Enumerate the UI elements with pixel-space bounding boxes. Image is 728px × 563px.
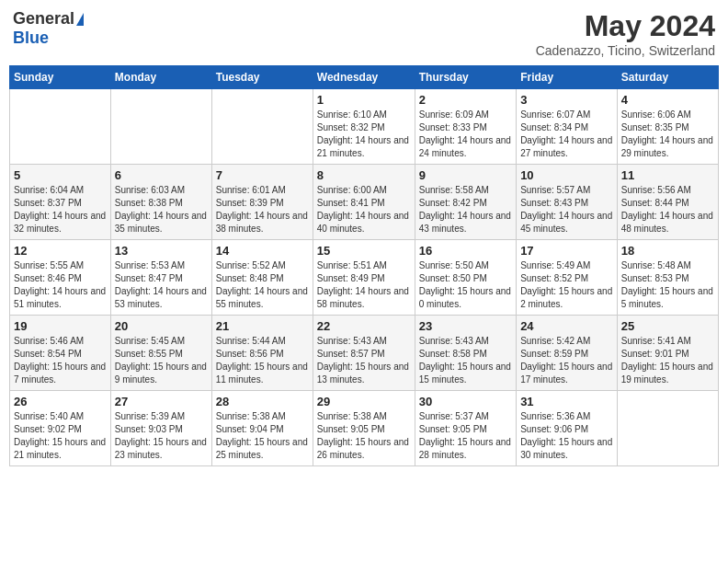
header-friday: Friday bbox=[517, 66, 618, 89]
calendar-cell: 23Sunrise: 5:43 AM Sunset: 8:58 PM Dayli… bbox=[415, 316, 516, 391]
calendar-cell bbox=[211, 89, 313, 165]
day-number: 13 bbox=[115, 244, 208, 258]
day-info: Sunrise: 5:55 AM Sunset: 8:46 PM Dayligh… bbox=[14, 259, 107, 311]
calendar-cell: 29Sunrise: 5:38 AM Sunset: 9:05 PM Dayli… bbox=[313, 391, 415, 466]
calendar-cell: 5Sunrise: 6:04 AM Sunset: 8:37 PM Daylig… bbox=[10, 165, 111, 240]
day-info: Sunrise: 5:39 AM Sunset: 9:03 PM Dayligh… bbox=[115, 410, 208, 462]
calendar-week-row: 1Sunrise: 6:10 AM Sunset: 8:32 PM Daylig… bbox=[10, 89, 719, 165]
calendar-cell: 22Sunrise: 5:43 AM Sunset: 8:57 PM Dayli… bbox=[313, 316, 415, 391]
header-thursday: Thursday bbox=[415, 66, 516, 89]
header-sunday: Sunday bbox=[10, 66, 111, 89]
calendar-cell: 18Sunrise: 5:48 AM Sunset: 8:53 PM Dayli… bbox=[617, 240, 718, 316]
header-saturday: Saturday bbox=[617, 66, 718, 89]
calendar-cell: 10Sunrise: 5:57 AM Sunset: 8:43 PM Dayli… bbox=[517, 165, 618, 240]
calendar-cell: 14Sunrise: 5:52 AM Sunset: 8:48 PM Dayli… bbox=[211, 240, 313, 316]
day-number: 27 bbox=[115, 395, 208, 408]
day-info: Sunrise: 5:43 AM Sunset: 8:58 PM Dayligh… bbox=[419, 335, 512, 386]
day-info: Sunrise: 5:38 AM Sunset: 9:04 PM Dayligh… bbox=[216, 410, 309, 462]
day-number: 17 bbox=[520, 244, 613, 258]
calendar-cell: 4Sunrise: 6:06 AM Sunset: 8:35 PM Daylig… bbox=[617, 89, 718, 165]
day-info: Sunrise: 5:50 AM Sunset: 8:50 PM Dayligh… bbox=[419, 259, 512, 311]
day-number: 12 bbox=[14, 244, 107, 258]
day-number: 29 bbox=[317, 395, 411, 408]
calendar-cell: 2Sunrise: 6:09 AM Sunset: 8:33 PM Daylig… bbox=[415, 89, 516, 165]
location-text: Cadenazzo, Ticino, Switzerland bbox=[536, 43, 715, 58]
logo-triangle-icon bbox=[76, 13, 84, 26]
day-info: Sunrise: 6:09 AM Sunset: 8:33 PM Dayligh… bbox=[419, 109, 512, 160]
calendar-cell: 11Sunrise: 5:56 AM Sunset: 8:44 PM Dayli… bbox=[617, 165, 718, 240]
calendar-cell: 12Sunrise: 5:55 AM Sunset: 8:46 PM Dayli… bbox=[10, 240, 111, 316]
day-number: 19 bbox=[14, 319, 107, 333]
day-number: 11 bbox=[621, 168, 714, 182]
day-number: 10 bbox=[520, 168, 613, 182]
day-info: Sunrise: 5:40 AM Sunset: 9:02 PM Dayligh… bbox=[14, 410, 107, 462]
calendar-cell: 31Sunrise: 5:36 AM Sunset: 9:06 PM Dayli… bbox=[517, 391, 618, 466]
day-number: 14 bbox=[216, 244, 309, 258]
day-info: Sunrise: 5:37 AM Sunset: 9:05 PM Dayligh… bbox=[419, 410, 512, 462]
day-number: 6 bbox=[115, 168, 208, 182]
day-info: Sunrise: 5:36 AM Sunset: 9:06 PM Dayligh… bbox=[520, 410, 613, 462]
calendar-cell: 17Sunrise: 5:49 AM Sunset: 8:52 PM Dayli… bbox=[517, 240, 618, 316]
day-info: Sunrise: 6:10 AM Sunset: 8:32 PM Dayligh… bbox=[317, 109, 411, 160]
calendar-week-row: 26Sunrise: 5:40 AM Sunset: 9:02 PM Dayli… bbox=[10, 391, 719, 466]
calendar-cell: 13Sunrise: 5:53 AM Sunset: 8:47 PM Dayli… bbox=[110, 240, 211, 316]
day-info: Sunrise: 5:56 AM Sunset: 8:44 PM Dayligh… bbox=[621, 184, 714, 236]
logo: General Blue bbox=[13, 9, 84, 48]
day-number: 4 bbox=[621, 93, 714, 107]
day-number: 9 bbox=[419, 168, 512, 182]
calendar-cell: 30Sunrise: 5:37 AM Sunset: 9:05 PM Dayli… bbox=[415, 391, 516, 466]
calendar-cell: 24Sunrise: 5:42 AM Sunset: 8:59 PM Dayli… bbox=[517, 316, 618, 391]
day-info: Sunrise: 5:51 AM Sunset: 8:49 PM Dayligh… bbox=[317, 259, 411, 311]
day-number: 8 bbox=[317, 168, 411, 182]
day-info: Sunrise: 6:04 AM Sunset: 8:37 PM Dayligh… bbox=[14, 184, 107, 236]
day-info: Sunrise: 5:57 AM Sunset: 8:43 PM Dayligh… bbox=[520, 184, 613, 236]
day-info: Sunrise: 6:00 AM Sunset: 8:41 PM Dayligh… bbox=[317, 184, 411, 236]
day-number: 31 bbox=[520, 395, 613, 408]
calendar-cell: 16Sunrise: 5:50 AM Sunset: 8:50 PM Dayli… bbox=[415, 240, 516, 316]
calendar-cell: 26Sunrise: 5:40 AM Sunset: 9:02 PM Dayli… bbox=[10, 391, 111, 466]
day-number: 28 bbox=[216, 395, 309, 408]
calendar-cell: 25Sunrise: 5:41 AM Sunset: 9:01 PM Dayli… bbox=[617, 316, 718, 391]
day-info: Sunrise: 5:45 AM Sunset: 8:55 PM Dayligh… bbox=[115, 335, 208, 386]
day-info: Sunrise: 5:41 AM Sunset: 9:01 PM Dayligh… bbox=[621, 335, 714, 386]
header-monday: Monday bbox=[110, 66, 211, 89]
calendar-cell: 7Sunrise: 6:01 AM Sunset: 8:39 PM Daylig… bbox=[211, 165, 313, 240]
day-number: 2 bbox=[419, 93, 512, 107]
day-number: 21 bbox=[216, 319, 309, 333]
calendar-cell: 6Sunrise: 6:03 AM Sunset: 8:38 PM Daylig… bbox=[110, 165, 211, 240]
calendar-cell: 20Sunrise: 5:45 AM Sunset: 8:55 PM Dayli… bbox=[110, 316, 211, 391]
header-wednesday: Wednesday bbox=[313, 66, 415, 89]
day-number: 26 bbox=[14, 395, 107, 408]
day-number: 23 bbox=[419, 319, 512, 333]
day-info: Sunrise: 5:38 AM Sunset: 9:05 PM Dayligh… bbox=[317, 410, 411, 462]
calendar-header-row: SundayMondayTuesdayWednesdayThursdayFrid… bbox=[10, 66, 719, 89]
day-number: 25 bbox=[621, 319, 714, 333]
calendar-cell bbox=[10, 89, 111, 165]
calendar-cell: 28Sunrise: 5:38 AM Sunset: 9:04 PM Dayli… bbox=[211, 391, 313, 466]
day-number: 22 bbox=[317, 319, 411, 333]
day-number: 20 bbox=[115, 319, 208, 333]
day-info: Sunrise: 5:44 AM Sunset: 8:56 PM Dayligh… bbox=[216, 335, 309, 386]
day-number: 7 bbox=[216, 168, 309, 182]
calendar-week-row: 19Sunrise: 5:46 AM Sunset: 8:54 PM Dayli… bbox=[10, 316, 719, 391]
day-info: Sunrise: 5:53 AM Sunset: 8:47 PM Dayligh… bbox=[115, 259, 208, 311]
day-number: 3 bbox=[520, 93, 613, 107]
day-number: 30 bbox=[419, 395, 512, 408]
month-title: May 2024 bbox=[536, 9, 715, 43]
day-info: Sunrise: 6:07 AM Sunset: 8:34 PM Dayligh… bbox=[520, 109, 613, 160]
calendar-week-row: 5Sunrise: 6:04 AM Sunset: 8:37 PM Daylig… bbox=[10, 165, 719, 240]
calendar-cell: 3Sunrise: 6:07 AM Sunset: 8:34 PM Daylig… bbox=[517, 89, 618, 165]
calendar-cell: 1Sunrise: 6:10 AM Sunset: 8:32 PM Daylig… bbox=[313, 89, 415, 165]
day-info: Sunrise: 5:43 AM Sunset: 8:57 PM Dayligh… bbox=[317, 335, 411, 386]
calendar-cell: 15Sunrise: 5:51 AM Sunset: 8:49 PM Dayli… bbox=[313, 240, 415, 316]
calendar-cell: 8Sunrise: 6:00 AM Sunset: 8:41 PM Daylig… bbox=[313, 165, 415, 240]
calendar-cell: 19Sunrise: 5:46 AM Sunset: 8:54 PM Dayli… bbox=[10, 316, 111, 391]
calendar-cell bbox=[617, 391, 718, 466]
day-info: Sunrise: 5:58 AM Sunset: 8:42 PM Dayligh… bbox=[419, 184, 512, 236]
day-info: Sunrise: 5:46 AM Sunset: 8:54 PM Dayligh… bbox=[14, 335, 107, 386]
day-number: 5 bbox=[14, 168, 107, 182]
day-number: 1 bbox=[317, 93, 411, 107]
day-number: 24 bbox=[520, 319, 613, 333]
day-number: 18 bbox=[621, 244, 714, 258]
calendar-week-row: 12Sunrise: 5:55 AM Sunset: 8:46 PM Dayli… bbox=[10, 240, 719, 316]
